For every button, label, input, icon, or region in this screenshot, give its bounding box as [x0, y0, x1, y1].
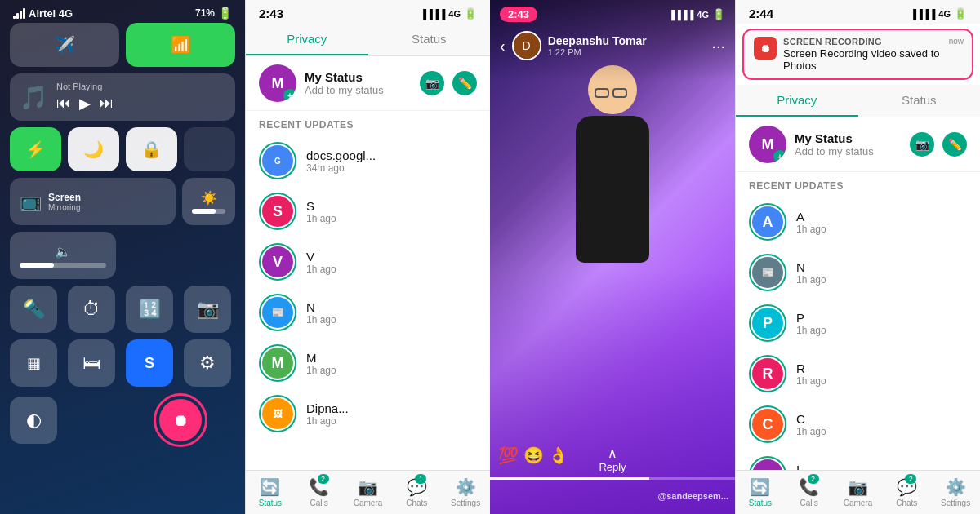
status-ring: C	[749, 405, 786, 443]
camera-btn[interactable]: 📷	[184, 286, 231, 333]
nav-chats[interactable]: 💬 Chats 1	[392, 471, 441, 514]
wa-tabs-panel4: Privacy Status	[736, 85, 980, 117]
wifi-btn[interactable]: 📶	[126, 23, 235, 67]
my-status-row[interactable]: M + My Status Add to my status 📷 ✏️	[246, 56, 490, 111]
prev-btn[interactable]: ⏮	[56, 95, 71, 113]
dnd-btn[interactable]: 🌙	[68, 127, 119, 171]
rotate-lock-btn[interactable]: 🔒	[126, 127, 177, 171]
nav-settings[interactable]: ⚙️ Settings	[441, 471, 490, 514]
brightness-slider[interactable]: ☀️	[182, 178, 235, 225]
tiktok-watermark: @sandeepsem...	[657, 491, 728, 501]
tiktok-status-bar: 2:43 ▐▐▐▐ 4G 🔋	[490, 0, 735, 25]
status-ring: R	[749, 355, 786, 392]
tiktok-back-btn[interactable]: ‹	[500, 37, 506, 55]
screen-record-btn[interactable]: ⏺	[159, 399, 202, 441]
tab-privacy[interactable]: Privacy	[246, 24, 368, 55]
sleep-btn[interactable]: 🛏	[68, 339, 115, 387]
my-avatar: M +	[259, 64, 296, 102]
glasses	[595, 88, 630, 98]
volume-track	[20, 263, 106, 268]
nav-chats-panel4[interactable]: 💬 Chats 2	[882, 471, 931, 514]
dark-mode-btn[interactable]: ◐	[10, 397, 57, 444]
video-progress-bar[interactable]	[490, 477, 735, 480]
calculator-icon: 🔢	[139, 299, 161, 320]
signal-panel2: ▐▐▐▐	[420, 9, 445, 19]
next-btn[interactable]: ⏭	[99, 95, 114, 113]
brightness-track	[192, 209, 225, 214]
airplane-mode-btn[interactable]: ✈️	[10, 23, 119, 67]
pencil-status-btn-panel4[interactable]: ✏️	[942, 132, 967, 157]
now-playing-label: Not Playing	[56, 82, 225, 91]
status-bar-panel2: 2:43 ▐▐▐▐ 4G 🔋	[246, 0, 490, 24]
list-item[interactable]: R R 1h ago	[736, 348, 980, 399]
tab-status[interactable]: Status	[368, 24, 491, 55]
signal-icon	[13, 8, 25, 19]
mirroring-icon: 📺	[20, 191, 42, 212]
list-item[interactable]: 📰 N 1h ago	[246, 287, 490, 338]
my-avatar-panel4: M +	[749, 126, 786, 163]
nav-status[interactable]: 🔄 Status	[246, 471, 295, 514]
battery-panel4: 🔋	[954, 7, 967, 20]
person-figure	[576, 65, 649, 263]
list-item[interactable]: V V 1h ago	[246, 237, 490, 287]
my-status-row-panel4[interactable]: M + My Status Add to my status 📷 ✏️	[736, 117, 980, 172]
nav-camera-icon: 📷	[358, 477, 378, 497]
mirroring-text: Screen Mirroring	[48, 192, 81, 212]
nav-camera-panel4[interactable]: 📷 Camera	[834, 471, 883, 514]
add-status-btn-panel4[interactable]: +	[773, 150, 786, 163]
tiktok-more-btn[interactable]: ···	[711, 37, 725, 55]
timer-btn[interactable]: ⏱	[68, 286, 115, 333]
record-icon: ⏺	[172, 411, 189, 430]
tab-status-panel4[interactable]: Status	[858, 85, 981, 117]
flashlight-btn[interactable]: 🔦	[10, 286, 57, 333]
settings-icon: ⚙️	[456, 477, 476, 497]
shazam-btn[interactable]: S	[126, 339, 173, 387]
reply-btn[interactable]: ∧ Reply	[599, 445, 626, 473]
calculator-btn[interactable]: 🔢	[126, 286, 173, 333]
list-item[interactable]: C C 1h ago	[736, 399, 980, 450]
music-icon: 🎵	[20, 84, 48, 111]
list-item[interactable]: M M 1h ago	[246, 338, 490, 388]
screen-mirroring-btn[interactable]: 📺 Screen Mirroring	[10, 178, 176, 225]
nav-settings-panel4[interactable]: ⚙️ Settings	[931, 471, 980, 514]
list-item[interactable]: G docs.googl... 34m ago	[246, 135, 490, 186]
list-item[interactable]: 📝 I 2h ago	[736, 450, 980, 470]
carrier-info: Airtel 4G	[13, 7, 73, 20]
volume-slider[interactable]: 🔈	[10, 232, 116, 279]
list-item[interactable]: 📰 N 1h ago	[736, 247, 980, 298]
calls-badge: 2	[318, 474, 329, 484]
nav-calls-panel4[interactable]: 📞 Calls 2	[785, 471, 834, 514]
play-btn[interactable]: ▶	[79, 95, 91, 113]
timer-icon: ⏱	[82, 299, 100, 320]
now-playing-widget[interactable]: 🎵 Not Playing ⏮ ▶ ⏭	[10, 73, 235, 121]
status-list: G docs.googl... 34m ago S S 1h ago	[246, 135, 490, 470]
dark-mode-icon: ◐	[26, 410, 42, 431]
add-status-btn[interactable]: +	[283, 89, 296, 102]
pencil-status-btn[interactable]: ✏️	[452, 71, 477, 95]
whatsapp-status-panel: 2:43 ▐▐▐▐ 4G 🔋 Privacy Status M + My Sta…	[245, 0, 490, 514]
list-item[interactable]: A A 1h ago	[736, 197, 980, 247]
qr-btn[interactable]: ▦	[10, 339, 57, 387]
list-item[interactable]: 🖼 Dipna... 1h ago	[246, 388, 490, 439]
bluetooth-icon: ⚡	[25, 140, 46, 159]
brightness-fill	[192, 209, 216, 214]
emoji-reactions: 💯 😆 👌	[498, 445, 568, 465]
list-item[interactable]: S S 1h ago	[246, 186, 490, 237]
ios-control-center: Airtel 4G 71% 🔋 ✈️ 📶 🎵 Not Playing ⏮ ▶ ⏭	[0, 0, 245, 514]
more-btn[interactable]: ⚙	[184, 339, 231, 387]
qr-icon: ▦	[27, 354, 41, 372]
status-ring: M	[259, 344, 296, 382]
nav-calls[interactable]: 📞 Calls 2	[295, 471, 344, 514]
list-item[interactable]: P P 1h ago	[736, 298, 980, 348]
status-ring: 📰	[259, 294, 296, 331]
bluetooth-btn[interactable]: ⚡	[10, 127, 61, 171]
status-ring: 📝	[749, 456, 786, 470]
camera-status-btn-panel4[interactable]: 📷	[910, 132, 934, 157]
battery-label: 71%	[195, 7, 215, 19]
nav-status-panel4[interactable]: 🔄 Status	[736, 471, 785, 514]
reply-chevron: ∧	[608, 445, 617, 461]
tab-privacy-panel4[interactable]: Privacy	[736, 85, 858, 117]
camera-status-btn[interactable]: 📷	[420, 71, 444, 95]
notif-content: SCREEN RECORDING Screen Recording video …	[783, 37, 962, 72]
nav-camera[interactable]: 📷 Camera	[344, 471, 393, 514]
